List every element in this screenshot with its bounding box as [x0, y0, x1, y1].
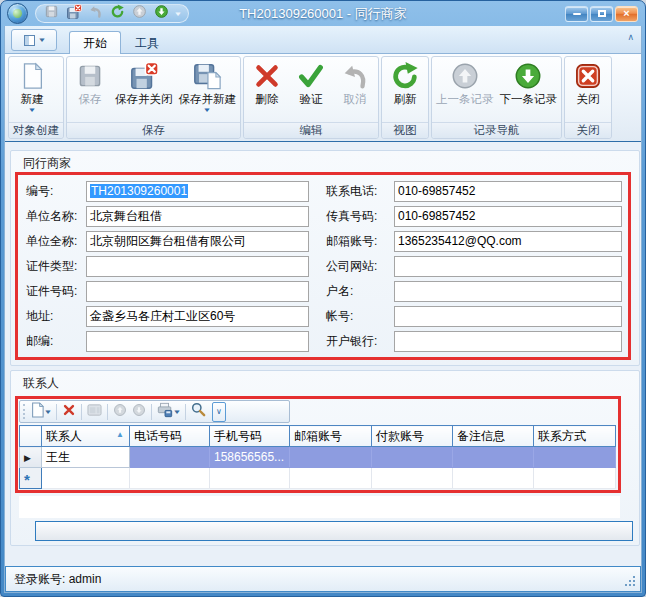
- delete-cross-icon: [252, 59, 282, 92]
- titlebar: ▼ TH201309260001 - 同行商家 ×: [4, 1, 642, 26]
- groupbox-contacts-caption: 联系人: [11, 371, 639, 392]
- dropdown-caret-icon: ▼: [203, 106, 212, 115]
- field-bank-input[interactable]: [394, 331, 622, 352]
- column-header-method[interactable]: 联系方式: [534, 426, 616, 447]
- cell-contact[interactable]: 王生: [42, 447, 130, 468]
- new-document-icon: [17, 59, 47, 92]
- tab-start[interactable]: 开始: [69, 31, 121, 54]
- add-contact-button[interactable]: ▼: [29, 402, 52, 421]
- column-header-note[interactable]: 备注信息: [453, 426, 534, 447]
- delete-contact-button[interactable]: [61, 402, 77, 421]
- contacts-toolbar: ▼ ▼: [19, 400, 290, 423]
- prev-record-button[interactable]: 上一条记录: [433, 58, 497, 122]
- column-header-email[interactable]: 邮箱账号: [290, 426, 372, 447]
- export-button[interactable]: ▼: [156, 402, 181, 421]
- next-record-icon: [513, 59, 543, 92]
- delete-cross-icon: [62, 403, 76, 421]
- field-website-input[interactable]: [394, 256, 622, 277]
- field-fax-input[interactable]: 010-69857452: [394, 206, 622, 227]
- field-number-input[interactable]: TH201309260001: [86, 181, 309, 202]
- column-header-mobile[interactable]: 手机号码: [210, 426, 290, 447]
- field-account-number-input[interactable]: [394, 306, 622, 327]
- qat-refresh-button[interactable]: [109, 5, 126, 22]
- maximize-button[interactable]: [590, 6, 613, 22]
- table-row-selected[interactable]: ▶ 王生 158656565...: [20, 447, 616, 468]
- group-caption: 记录导航: [432, 122, 561, 138]
- field-unit-name-input[interactable]: 北京舞台租借: [86, 206, 309, 227]
- close-button[interactable]: ×: [615, 6, 638, 22]
- cell-note[interactable]: [453, 447, 534, 468]
- column-header-payment[interactable]: 付款账号: [372, 426, 453, 447]
- toolbar-more-chevron-icon[interactable]: ∨: [212, 402, 226, 422]
- search-button[interactable]: [190, 402, 207, 421]
- qat-next-record-button[interactable]: [153, 5, 170, 22]
- field-phone-input[interactable]: 010-69857452: [394, 181, 622, 202]
- group-caption: 对象创建: [9, 122, 63, 138]
- field-address-input[interactable]: 金盏乡马各庄村工业区60号: [86, 306, 309, 327]
- table-row-new[interactable]: *: [20, 468, 616, 489]
- app-logo-icon[interactable]: [7, 3, 28, 24]
- minimize-button[interactable]: [565, 6, 588, 22]
- new-row-icon: [30, 402, 44, 422]
- close-form-button[interactable]: 关闭: [566, 58, 610, 122]
- field-postcode-input[interactable]: [86, 331, 309, 352]
- cell-email[interactable]: [290, 447, 372, 468]
- properties-window-icon: [87, 403, 102, 421]
- grid-empty-area: [19, 496, 620, 518]
- move-down-button[interactable]: [131, 402, 147, 421]
- toolbar-separator: [185, 404, 186, 420]
- column-header-phone[interactable]: 电话号码: [130, 426, 210, 447]
- toolbar-separator: [107, 404, 108, 420]
- group-caption: 关闭: [565, 122, 611, 138]
- window-content: ▼ 开始 工具 ∧ 新建 ▼ 对象创建: [4, 26, 642, 593]
- resize-grip[interactable]: [623, 574, 635, 586]
- ribbon-collapse-chevron-icon[interactable]: ∧: [627, 33, 634, 42]
- save-and-new-icon: [192, 59, 222, 92]
- cell-method[interactable]: [534, 447, 616, 468]
- status-bar: 登录账号: admin: [5, 566, 641, 592]
- minimize-icon: [573, 13, 581, 15]
- field-email-input[interactable]: 1365235412@QQ.com: [394, 231, 622, 252]
- prev-record-icon: [132, 4, 147, 23]
- save-button[interactable]: 保存: [68, 58, 112, 122]
- grid-header-row: 联系人▲ 电话号码 手机号码 邮箱账号 付款账号 备注信息 联系方式: [20, 426, 616, 447]
- cancel-button[interactable]: 取消: [333, 58, 377, 122]
- field-account-name-input[interactable]: [394, 281, 622, 302]
- qat-undo-button[interactable]: [87, 5, 104, 22]
- field-full-name-input[interactable]: 北京朝阳区舞台租借有限公司: [86, 231, 309, 252]
- save-and-close-button[interactable]: 保存并关闭: [112, 58, 176, 122]
- cell-mobile[interactable]: 158656565...: [210, 447, 290, 468]
- move-up-button[interactable]: [112, 402, 128, 421]
- undo-arrow-icon: [340, 59, 370, 92]
- maximize-icon: [598, 10, 606, 17]
- group-caption: 视图: [382, 122, 428, 138]
- tab-tools[interactable]: 工具: [121, 31, 173, 54]
- toolbar-separator: [81, 404, 82, 420]
- quick-access-toolbar: ▼: [35, 4, 189, 23]
- down-circle-icon: [132, 403, 146, 421]
- column-header-contact[interactable]: 联系人▲: [42, 426, 130, 447]
- close-red-icon: [573, 59, 603, 92]
- cell-phone[interactable]: [130, 447, 210, 468]
- delete-button[interactable]: 删除: [245, 58, 289, 122]
- qat-dropdown-chevron-icon[interactable]: ▼: [174, 11, 183, 17]
- validate-button[interactable]: 验证: [289, 58, 333, 122]
- field-cert-type-input[interactable]: [86, 256, 309, 277]
- refresh-button[interactable]: 刷新: [383, 58, 427, 122]
- field-cert-number-input[interactable]: [86, 281, 309, 302]
- app-menu-button[interactable]: ▼: [11, 29, 57, 51]
- dropdown-caret-icon: ▼: [44, 409, 53, 415]
- qat-save-button[interactable]: [43, 5, 60, 22]
- toolbar-grip[interactable]: [23, 404, 25, 419]
- qat-prev-record-button[interactable]: [131, 5, 148, 22]
- next-record-button[interactable]: 下一条记录: [497, 58, 561, 122]
- new-button[interactable]: 新建 ▼: [10, 58, 54, 122]
- undo-arrow-icon: [88, 4, 103, 23]
- edit-properties-button[interactable]: [86, 402, 103, 421]
- prev-record-icon: [450, 59, 480, 92]
- save-and-new-button[interactable]: 保存并新建 ▼: [176, 58, 240, 122]
- cell-payment[interactable]: [372, 447, 453, 468]
- ribbon-group-edit: 删除 验证 取消 编辑: [243, 56, 379, 139]
- qat-save-close-button[interactable]: [65, 5, 82, 22]
- horizontal-scrollbar[interactable]: [35, 521, 633, 541]
